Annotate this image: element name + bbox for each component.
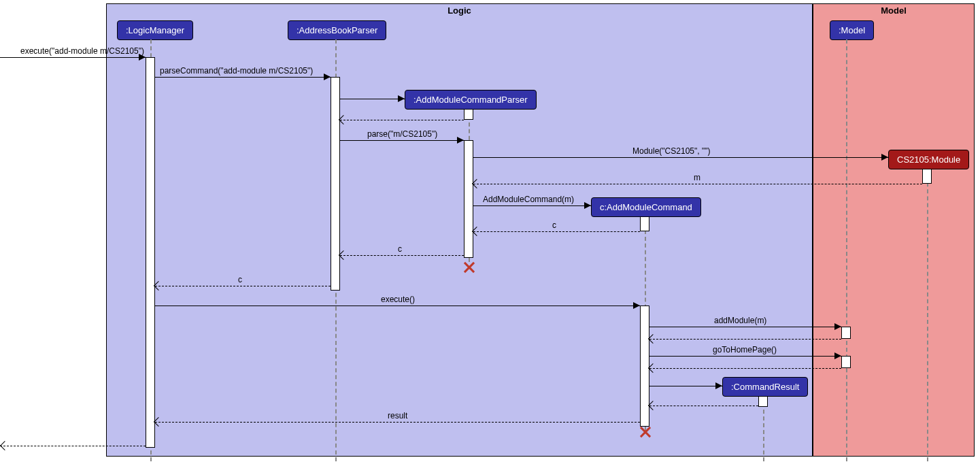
amc-ctor-arrowhead (584, 202, 591, 209)
command-result-activation (758, 396, 768, 407)
final-return-arrowhead (0, 441, 10, 450)
amc-ctor-arrow (473, 205, 591, 206)
amc-activation-2 (640, 306, 649, 427)
addmodule-arrowhead (834, 323, 841, 330)
module-ctor-arrowhead (881, 154, 888, 161)
return-c3-arrow (155, 286, 331, 286)
return-c2-arrow (340, 255, 464, 256)
module-ctor-label: Module("CS2105", "") (632, 146, 710, 156)
amcp-activation-2 (464, 140, 473, 258)
logic-manager-activation (146, 57, 155, 448)
parse-arrow (340, 140, 464, 141)
execute-label: execute("add-module m/CS2105") (20, 46, 144, 56)
cs2105-module-box: CS2105:Module (888, 150, 969, 169)
amc-activation-1 (640, 216, 649, 231)
amcp-destroy-icon (462, 261, 476, 274)
add-module-command-parser-box: :AddModuleCommandParser (405, 90, 537, 110)
gohome-arrow (649, 356, 841, 357)
addmodule-return-arrow (649, 339, 841, 340)
return-c2-label: c (398, 244, 402, 254)
parse-label: parse("m/CS2105") (367, 129, 437, 139)
amc-destroy-icon (639, 425, 652, 439)
parsecommand-label: parseCommand("add-module m/CS2105") (160, 66, 313, 76)
logic-region-label: Logic (447, 5, 471, 16)
return-m-arrow (473, 184, 922, 184)
address-book-parser-activation (331, 77, 340, 291)
parsecommand-arrowhead (324, 73, 331, 80)
execute-empty-label: execute() (381, 295, 415, 304)
return-c3-label: c (238, 275, 242, 284)
address-book-parser-box: :AddressBookParser (288, 20, 386, 40)
execute-empty-arrowhead (633, 302, 640, 309)
create-amcp-arrowhead (398, 95, 405, 102)
logic-manager-box: :LogicManager (117, 20, 193, 40)
cr-return-arrow (649, 406, 758, 406)
module-ctor-arrow (473, 157, 888, 158)
parse-arrowhead (457, 137, 464, 144)
return-c1-label: c (552, 220, 556, 230)
create-cr-arrowhead (715, 382, 722, 389)
command-result-box: :CommandResult (722, 377, 808, 397)
amcp-activation-1 (464, 109, 473, 120)
result-arrow (155, 422, 640, 423)
return-c1-arrow (473, 231, 640, 232)
final-return-arrow (0, 446, 146, 446)
model-region: Model (813, 3, 975, 457)
execute-arrow (0, 57, 146, 58)
result-label: result (388, 411, 407, 420)
model-activation-1 (841, 327, 851, 339)
gohome-label: goToHomePage() (713, 345, 777, 354)
cs2105-module-lifeline (927, 169, 928, 461)
parsecommand-arrow (155, 77, 331, 78)
amc-ctor-label: AddModuleCommand(m) (483, 195, 574, 204)
return-m-label: m (694, 173, 700, 182)
cs2105-activation (922, 169, 932, 184)
amcp-return1-arrow (340, 120, 464, 120)
create-amcp-arrow (340, 99, 405, 99)
create-cr-arrow (649, 386, 722, 386)
execute-empty-arrow (155, 306, 640, 306)
addmodule-arrow (649, 327, 841, 327)
gohome-arrowhead (834, 352, 841, 359)
gohome-return-arrow (649, 368, 841, 369)
add-module-command-box: c:AddModuleCommand (591, 197, 701, 217)
model-box: :Model (830, 20, 874, 40)
sequence-diagram: Logic Model :LogicManager :AddressBookPa… (0, 0, 980, 462)
model-region-label: Model (881, 5, 907, 16)
model-lifeline (846, 39, 847, 461)
model-activation-2 (841, 356, 851, 368)
addmodule-label: addModule(m) (714, 316, 766, 325)
